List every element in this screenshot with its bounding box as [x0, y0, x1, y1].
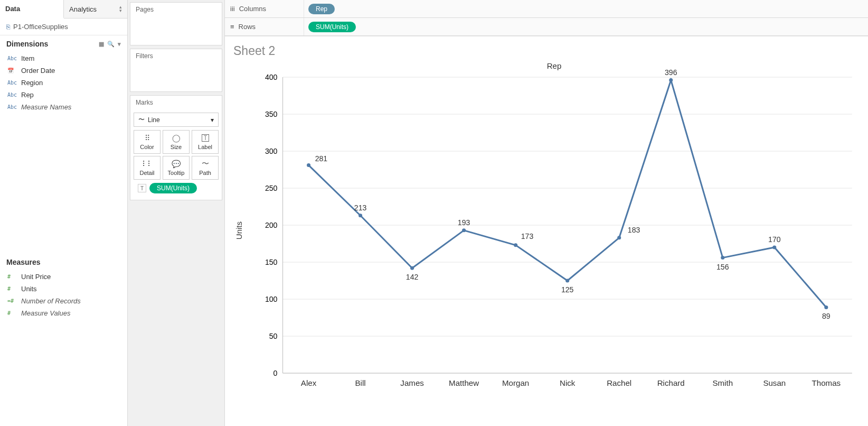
main-area: iii Columns Rep ≡ Rows SUM(Units) Sheet …: [225, 0, 868, 426]
svg-point-38: [617, 236, 621, 239]
svg-text:400: 400: [265, 73, 278, 81]
field-item[interactable]: 📅Order Date: [0, 64, 127, 77]
label-icon: 🅃: [202, 134, 209, 142]
svg-text:Alex: Alex: [301, 378, 317, 387]
datasource-icon: ⎘: [6, 23, 10, 31]
field-item[interactable]: AbcMeasure Names: [0, 101, 127, 113]
tab-data[interactable]: Data: [0, 0, 64, 18]
svg-text:350: 350: [265, 110, 278, 118]
dimensions-title: Dimensions: [6, 40, 48, 48]
field-type-icon: #: [7, 274, 17, 280]
color-button[interactable]: ⠿Color: [134, 130, 161, 154]
svg-text:Bill: Bill: [355, 378, 366, 387]
search-icon[interactable]: 🔍: [107, 41, 115, 48]
field-name: Units: [21, 285, 37, 293]
columns-label-text: Columns: [239, 5, 266, 13]
size-icon: ◯: [172, 134, 181, 142]
label-button[interactable]: 🅃Label: [192, 130, 219, 154]
marks-grid: ⠿Color ◯Size 🅃Label ⠇⠇Detail 💬Tooltip 〜P…: [134, 130, 219, 180]
svg-text:173: 173: [521, 232, 534, 240]
svg-text:156: 156: [716, 263, 729, 271]
color-icon: ⠿: [145, 134, 150, 142]
field-type-icon: Abc: [7, 92, 17, 98]
path-icon: 〜: [202, 160, 209, 168]
rows-pill[interactable]: SUM(Units): [308, 22, 356, 32]
field-type-icon: Abc: [7, 104, 17, 110]
path-button[interactable]: 〜Path: [192, 156, 219, 180]
field-item[interactable]: =#Number of Records: [0, 295, 127, 307]
svg-text:Rachel: Rachel: [607, 378, 631, 387]
svg-text:170: 170: [768, 235, 781, 244]
svg-text:Richard: Richard: [657, 378, 685, 387]
sheet-title[interactable]: Sheet 2: [233, 44, 863, 58]
marks-pill[interactable]: SUM(Units): [149, 183, 197, 193]
dimensions-list: AbcItem📅Order DateAbcRegionAbcRepAbcMeas…: [0, 51, 127, 114]
svg-text:200: 200: [265, 221, 278, 229]
dropdown-icon[interactable]: ▾: [118, 41, 121, 48]
field-item[interactable]: #Units: [0, 283, 127, 295]
sidebar-tabs: Data Analytics ▴▾: [0, 0, 127, 18]
columns-shelf[interactable]: iii Columns Rep: [225, 0, 868, 18]
svg-text:Matthew: Matthew: [449, 378, 479, 387]
rows-shelf[interactable]: ≡ Rows SUM(Units): [225, 18, 868, 36]
y-axis-label[interactable]: Units: [232, 221, 246, 239]
svg-point-35: [565, 279, 569, 283]
dimensions-header-icons: ▦ 🔍 ▾: [99, 41, 121, 48]
field-item[interactable]: #Unit Price: [0, 271, 127, 283]
svg-point-50: [824, 305, 828, 309]
marks-card: Marks 〜 Line ▾ ⠿Color ◯Size 🅃Label ⠇⠇Det…: [130, 95, 222, 200]
measures-title: Measures: [6, 258, 41, 266]
field-item[interactable]: AbcRep: [0, 89, 127, 101]
tab-data-label: Data: [5, 5, 20, 13]
columns-icon: iii: [230, 5, 235, 13]
tab-analytics[interactable]: Analytics ▴▾: [64, 0, 127, 18]
pages-card[interactable]: Pages: [130, 2, 222, 45]
path-label: Path: [199, 170, 211, 176]
svg-text:300: 300: [265, 147, 278, 155]
svg-text:213: 213: [354, 203, 367, 212]
marks-title: Marks: [130, 96, 222, 109]
size-label: Size: [171, 144, 182, 150]
svg-point-32: [514, 243, 517, 247]
filters-card[interactable]: Filters: [130, 49, 222, 92]
svg-point-29: [462, 228, 466, 232]
rows-icon: ≡: [230, 23, 234, 31]
field-name: Rep: [21, 91, 34, 99]
field-name: Number of Records: [21, 297, 81, 305]
columns-pill[interactable]: Rep: [308, 4, 335, 14]
svg-text:193: 193: [458, 218, 470, 227]
label-label: Label: [198, 144, 212, 150]
svg-text:396: 396: [665, 68, 677, 77]
label-marker-icon[interactable]: T: [138, 184, 146, 192]
field-item[interactable]: AbcRegion: [0, 77, 127, 89]
svg-text:Morgan: Morgan: [502, 378, 529, 387]
viz-area: Sheet 2 Units Rep 0501001502002503003504…: [225, 36, 868, 426]
detail-button[interactable]: ⠇⠇Detail: [134, 156, 161, 180]
mark-type-label: Line: [148, 116, 160, 124]
field-type-icon: Abc: [7, 80, 17, 86]
field-item[interactable]: #Measure Values: [0, 307, 127, 319]
rows-shelf-label: ≡ Rows: [225, 18, 304, 35]
svg-text:183: 183: [628, 226, 640, 234]
field-type-icon: #: [7, 286, 17, 292]
mark-type-select[interactable]: 〜 Line ▾: [134, 113, 219, 127]
svg-point-23: [358, 214, 362, 217]
chart-wrap: Units Rep 050100150200250300350400281Ale…: [232, 61, 863, 400]
rows-label-text: Rows: [239, 23, 256, 31]
columns-shelf-label: iii Columns: [225, 0, 304, 17]
field-type-icon: 📅: [7, 68, 17, 73]
svg-text:142: 142: [406, 273, 419, 281]
size-button[interactable]: ◯Size: [163, 130, 190, 154]
field-name: Unit Price: [21, 273, 51, 281]
svg-point-44: [721, 256, 724, 260]
tooltip-button[interactable]: 💬Tooltip: [163, 156, 190, 180]
field-item[interactable]: AbcItem: [0, 52, 127, 64]
marks-pill-row: T SUM(Units): [134, 180, 219, 197]
datasource-row[interactable]: ⎘ P1-OfficeSupplies: [0, 18, 127, 35]
field-name: Order Date: [21, 67, 55, 75]
svg-text:100: 100: [265, 295, 278, 303]
x-axis-title: Rep: [547, 61, 562, 70]
line-chart[interactable]: 050100150200250300350400281Alex213Bill14…: [246, 61, 863, 400]
detail-label: Detail: [139, 170, 154, 176]
view-icon[interactable]: ▦: [99, 41, 104, 48]
